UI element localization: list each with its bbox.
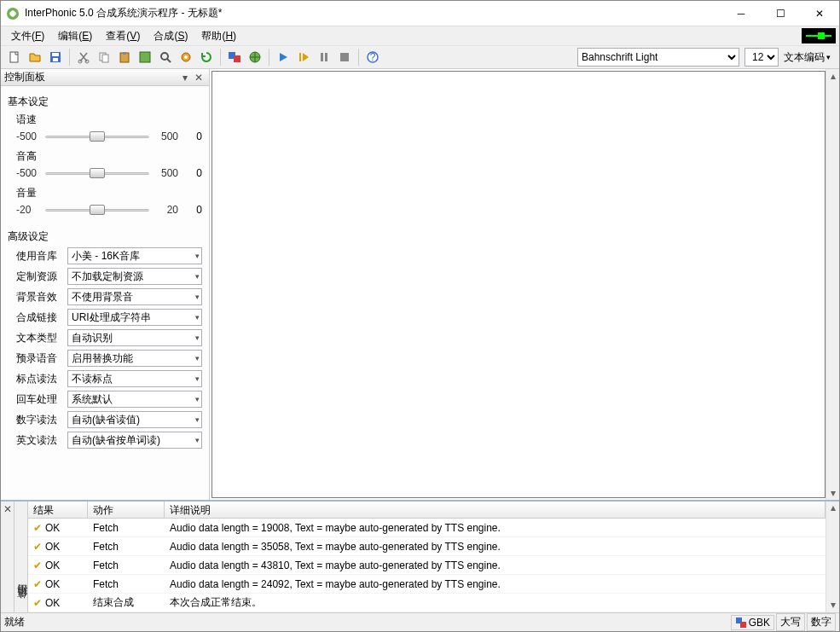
svg-rect-3	[52, 53, 59, 56]
play-section-icon[interactable]	[294, 48, 313, 67]
custom-resource-select[interactable]: 不加载定制资源▾	[67, 268, 202, 285]
log-panel: ✕ 信息输出 结果 动作 详细说明 ✔OKFetchAudio data len…	[1, 500, 839, 612]
pitch-value: 0	[182, 167, 202, 179]
check-icon: ✔	[33, 578, 42, 590]
refresh-icon[interactable]	[197, 48, 216, 67]
log-scrollbar[interactable]: ▴▾	[826, 502, 839, 612]
scroll-down-icon[interactable]: ▾	[826, 486, 839, 500]
encoding-icon	[735, 617, 747, 629]
status-caps: 大写	[776, 613, 805, 631]
encoding-dropdown[interactable]: 文本编码▾	[779, 50, 836, 65]
text-type-select[interactable]: 自动识别▾	[67, 329, 202, 346]
svg-point-14	[184, 55, 188, 59]
close-button[interactable]: ✕	[800, 1, 839, 26]
volume-value: 0	[182, 204, 202, 216]
log-row[interactable]: ✔OKFetchAudio data length = 35058, Text …	[28, 537, 826, 556]
title-bar: InterPhonic 5.0 合成系统演示程序 - 无标题* ─ ☐ ✕	[1, 1, 839, 26]
find-icon[interactable]	[156, 48, 175, 67]
pin-icon[interactable]: ▾	[178, 71, 192, 84]
text-editor[interactable]: ▴ ▾	[210, 69, 839, 500]
svg-text:?: ?	[370, 51, 376, 63]
svg-rect-18	[299, 53, 301, 61]
prerecord-select[interactable]: 启用替换功能▾	[67, 350, 202, 367]
paste-icon[interactable]	[115, 48, 134, 67]
svg-rect-21	[340, 53, 349, 61]
minimize-button[interactable]: ─	[721, 1, 761, 26]
cut-icon[interactable]	[74, 48, 93, 67]
svg-rect-4	[53, 58, 58, 61]
stop-icon[interactable]	[335, 48, 354, 67]
status-num: 数字	[807, 613, 836, 631]
select-icon[interactable]	[136, 48, 154, 67]
check-icon: ✔	[33, 522, 42, 534]
status-ready: 就绪	[4, 615, 25, 629]
svg-rect-11	[140, 52, 150, 62]
panel-close-icon[interactable]: ✕	[192, 71, 206, 84]
english-reading-select[interactable]: 自动(缺省按单词读)▾	[67, 432, 202, 449]
settings-icon[interactable]	[177, 48, 195, 67]
window-title: InterPhonic 5.0 合成系统演示程序 - 无标题*	[25, 6, 721, 20]
panel-title: 控制面板	[4, 70, 45, 84]
log-side-label: 信息输出	[14, 502, 28, 612]
punctuation-select[interactable]: 不读标点▾	[67, 370, 202, 387]
log-close-icon[interactable]: ✕	[1, 502, 14, 612]
background-sound-select[interactable]: 不使用背景音▾	[67, 288, 202, 305]
speed-slider[interactable]	[45, 129, 149, 144]
save-icon[interactable]	[46, 48, 65, 67]
help-icon[interactable]: ?	[363, 48, 382, 67]
maximize-button[interactable]: ☐	[761, 1, 800, 26]
app-icon	[6, 7, 20, 20]
pitch-label: 音高	[16, 149, 202, 164]
log-header-result[interactable]: 结果	[28, 502, 88, 518]
pitch-slider[interactable]	[45, 165, 149, 181]
svg-rect-16	[234, 55, 240, 62]
font-size-select[interactable]: 12	[744, 48, 779, 67]
speed-label: 语速	[16, 113, 202, 127]
pause-icon[interactable]	[315, 48, 333, 67]
main-area: 控制面板 ▾ ✕ 基本设定 语速 -500 500 0 音高 -500	[1, 69, 839, 500]
open-file-icon[interactable]	[26, 48, 44, 67]
menu-edit[interactable]: 编辑(E)	[51, 27, 99, 45]
svg-rect-20	[325, 53, 327, 61]
control-panel: 控制面板 ▾ ✕ 基本设定 语速 -500 500 0 音高 -500	[1, 69, 210, 500]
font-select[interactable]: Bahnschrift Light	[577, 48, 739, 67]
check-icon: ✔	[33, 560, 42, 571]
voice-select[interactable]: 小美 - 16K音库▾	[67, 247, 202, 264]
new-file-icon[interactable]	[5, 48, 24, 67]
svg-rect-10	[123, 52, 126, 55]
menu-synth[interactable]: 合成(S)	[147, 27, 194, 45]
uri-handling-select[interactable]: URI处理成字符串▾	[67, 309, 202, 326]
menu-bar: 文件(F) 编辑(E) 查看(V) 合成(S) 帮助(H)	[1, 26, 839, 45]
status-encoding[interactable]: GBK	[731, 615, 774, 630]
svg-rect-19	[321, 53, 323, 61]
translate-icon[interactable]	[225, 48, 244, 67]
digit-reading-select[interactable]: 自动(缺省读值)▾	[67, 411, 202, 428]
enter-handling-select[interactable]: 系统默认▾	[67, 391, 202, 408]
menu-help[interactable]: 帮助(H)	[194, 27, 243, 45]
log-header-detail[interactable]: 详细说明	[165, 502, 826, 518]
basic-settings-title: 基本设定	[8, 95, 202, 109]
volume-slider[interactable]	[45, 202, 149, 217]
activity-indicator	[802, 28, 836, 43]
status-bar: 就绪 GBK 大写 数字	[1, 612, 839, 631]
editor-scrollbar[interactable]: ▴ ▾	[826, 69, 839, 500]
svg-point-12	[161, 53, 168, 60]
log-row[interactable]: ✔OKFetchAudio data length = 24092, Text …	[28, 575, 826, 594]
log-row[interactable]: ✔OKFetchAudio data length = 19008, Text …	[28, 519, 826, 537]
copy-icon[interactable]	[95, 48, 113, 67]
toolbar: ? Bahnschrift Light 12 文本编码▾	[1, 45, 839, 69]
volume-label: 音量	[16, 186, 202, 200]
menu-file[interactable]: 文件(F)	[4, 27, 51, 45]
globe-icon[interactable]	[246, 48, 264, 67]
check-icon: ✔	[33, 597, 42, 609]
svg-rect-25	[740, 622, 746, 628]
scroll-up-icon[interactable]: ▴	[826, 69, 839, 83]
svg-rect-1	[10, 52, 18, 62]
log-row[interactable]: ✔OKFetchAudio data length = 43810, Text …	[28, 556, 826, 575]
check-icon: ✔	[33, 541, 42, 553]
log-row[interactable]: ✔OK结束合成本次合成正常结束。	[28, 594, 826, 612]
log-header-action[interactable]: 动作	[88, 502, 165, 518]
play-icon[interactable]	[274, 48, 293, 67]
advanced-settings-title: 高级设定	[8, 229, 202, 244]
menu-view[interactable]: 查看(V)	[99, 27, 147, 45]
